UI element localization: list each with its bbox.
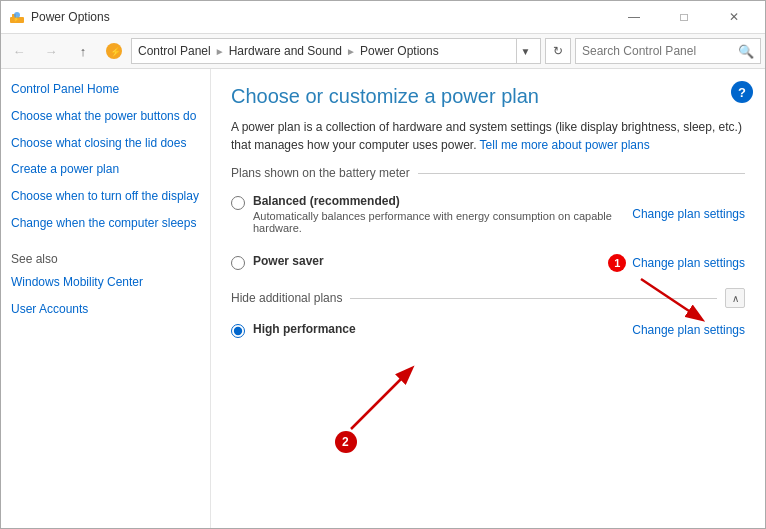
section-divider: Plans shown on the battery meter <box>231 166 745 180</box>
change-plan-link-balanced[interactable]: Change plan settings <box>632 207 745 221</box>
sidebar-item-turn-off-display[interactable]: Choose when to turn off the display <box>11 188 200 205</box>
help-button[interactable]: ? <box>731 81 753 103</box>
plan-name-balanced: Balanced (recommended) <box>253 194 632 208</box>
plan-row-saver: Power saver 1 Change plan settings <box>231 250 745 276</box>
plan-row-balanced: Balanced (recommended) Automatically bal… <box>231 190 745 238</box>
section-label: Plans shown on the battery meter <box>231 166 410 180</box>
change-plan-link-high-performance[interactable]: Change plan settings <box>632 323 745 337</box>
plan-name-high-performance: High performance <box>253 322 632 336</box>
up-button[interactable]: ↑ <box>69 37 97 65</box>
breadcrumb-sep-2: ► <box>346 46 356 57</box>
hide-plans-header: Hide additional plans ∧ <box>231 288 745 308</box>
plan-radio-saver[interactable] <box>231 256 245 270</box>
change-plan-link-saver[interactable]: Change plan settings <box>632 256 745 270</box>
sidebar: Control Panel Home Choose what the power… <box>1 69 211 528</box>
breadcrumb-current: Power Options <box>360 44 439 58</box>
refresh-button[interactable]: ↻ <box>545 38 571 64</box>
learn-more-link[interactable]: Tell me more about power plans <box>480 138 650 152</box>
window-controls: — □ ✕ <box>611 1 757 33</box>
plan-info-balanced: Balanced (recommended) Automatically bal… <box>253 194 632 234</box>
title-bar: ⚡ Power Options — □ ✕ <box>1 1 765 33</box>
maximize-button[interactable]: □ <box>661 1 707 33</box>
collapse-button[interactable]: ∧ <box>725 288 745 308</box>
window: ⚡ Power Options — □ ✕ ← → ↑ ⚡ Control Pa… <box>0 0 766 529</box>
sidebar-item-lid[interactable]: Choose what closing the lid does <box>11 135 200 152</box>
sidebar-item-user-accounts[interactable]: User Accounts <box>11 301 200 318</box>
breadcrumb-dropdown-button[interactable]: ▼ <box>516 38 534 64</box>
window-title: Power Options <box>31 10 611 24</box>
sidebar-item-create-plan[interactable]: Create a power plan <box>11 161 200 178</box>
close-button[interactable]: ✕ <box>711 1 757 33</box>
hide-plans-label: Hide additional plans <box>231 291 342 305</box>
plan-name-saver: Power saver <box>253 254 608 268</box>
search-icon: 🔍 <box>738 44 754 59</box>
plan-info-saver: Power saver <box>253 254 608 268</box>
sidebar-item-home[interactable]: Control Panel Home <box>11 81 200 98</box>
hide-plans-divider <box>350 298 717 299</box>
search-input[interactable] <box>582 44 738 58</box>
plan-radio-high-performance[interactable] <box>231 324 245 338</box>
plan-desc-balanced: Automatically balances performance with … <box>253 210 632 234</box>
content-area: ? Choose or customize a power plan A pow… <box>211 69 765 528</box>
plan-info-high-performance: High performance <box>253 322 632 336</box>
breadcrumb-sep-1: ► <box>215 46 225 57</box>
annotation-badge-1: 1 <box>608 254 626 272</box>
address-bar: ← → ↑ ⚡ Control Panel ► Hardware and Sou… <box>1 33 765 69</box>
sidebar-item-power-buttons[interactable]: Choose what the power buttons do <box>11 108 200 125</box>
svg-line-8 <box>351 369 411 429</box>
svg-text:⚡: ⚡ <box>13 16 20 23</box>
breadcrumb-icon: ⚡ <box>105 42 123 60</box>
see-also-label: See also <box>11 252 200 266</box>
breadcrumb-bar: Control Panel ► Hardware and Sound ► Pow… <box>131 38 541 64</box>
svg-text:2: 2 <box>342 435 349 449</box>
sidebar-item-computer-sleeps[interactable]: Change when the computer sleeps <box>11 215 200 232</box>
plan-radio-balanced[interactable] <box>231 196 245 210</box>
svg-text:⚡: ⚡ <box>110 46 122 58</box>
search-box: 🔍 <box>575 38 761 64</box>
page-title: Choose or customize a power plan <box>231 85 745 108</box>
breadcrumb-control-panel[interactable]: Control Panel <box>138 44 211 58</box>
page-description: A power plan is a collection of hardware… <box>231 118 745 154</box>
divider-line <box>418 173 745 174</box>
back-button[interactable]: ← <box>5 37 33 65</box>
forward-button[interactable]: → <box>37 37 65 65</box>
minimize-button[interactable]: — <box>611 1 657 33</box>
svg-point-9 <box>335 431 357 453</box>
hide-plans-section: Hide additional plans ∧ High performance… <box>231 288 745 342</box>
plan-row-high-performance: High performance Change plan settings <box>231 318 745 342</box>
breadcrumb-hardware[interactable]: Hardware and Sound <box>229 44 342 58</box>
main-area: Control Panel Home Choose what the power… <box>1 69 765 528</box>
sidebar-item-mobility-center[interactable]: Windows Mobility Center <box>11 274 200 291</box>
window-icon: ⚡ <box>9 9 25 25</box>
